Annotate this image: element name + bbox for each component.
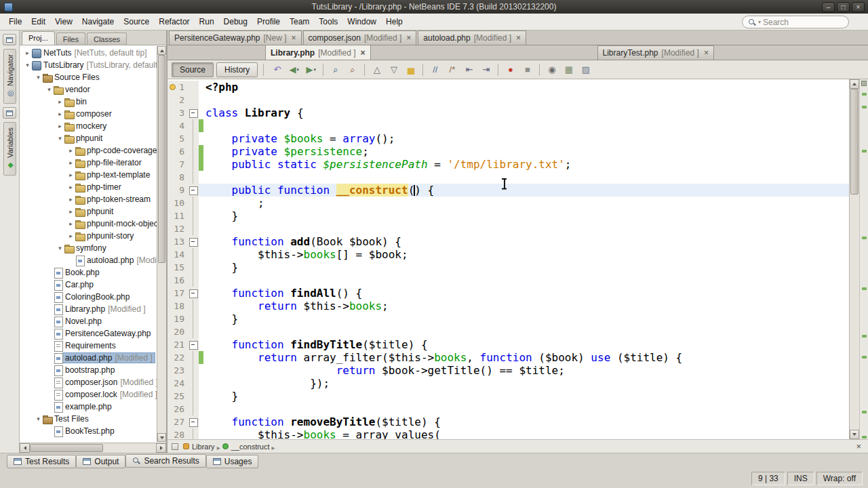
panel-button-search-results[interactable]: Search Results bbox=[125, 454, 205, 468]
history-toggle-button[interactable]: History bbox=[216, 62, 258, 77]
stop-macro-icon[interactable]: ■ bbox=[519, 62, 535, 77]
scroll-left-icon[interactable] bbox=[20, 443, 30, 453]
fold-toggle-icon[interactable] bbox=[188, 184, 199, 197]
next-occurrence-icon[interactable]: ▽ bbox=[386, 62, 401, 77]
menu-item-edit[interactable]: Edit bbox=[26, 14, 50, 29]
uncomment-icon[interactable]: /* bbox=[444, 62, 460, 77]
menu-item-source[interactable]: Source bbox=[119, 14, 154, 29]
scroll-down-icon[interactable] bbox=[157, 433, 166, 442]
menu-item-navigate[interactable]: Navigate bbox=[77, 14, 119, 29]
tab-composer-json[interactable]: composer.json[Modified ]× bbox=[303, 30, 417, 45]
code-line[interactable]: 8 bbox=[167, 171, 849, 184]
code-line[interactable]: 13 function add(Book $book) { bbox=[167, 235, 849, 248]
breadcrumb-close-icon[interactable]: × bbox=[853, 441, 864, 451]
tree-item-php-code-coverage[interactable]: ▸php-code-coverage bbox=[20, 144, 157, 157]
tree-item-composer[interactable]: ▸composer bbox=[20, 108, 157, 120]
panel-button-output[interactable]: Output bbox=[76, 455, 125, 468]
code-line[interactable]: 22 return array_filter($this->books, fun… bbox=[167, 351, 849, 364]
code-line[interactable]: 1<?php bbox=[167, 81, 849, 94]
tree-item-phpunit-mock-objects[interactable]: ▸phpunit-mock-objects bbox=[20, 218, 157, 230]
fold-toggle-icon[interactable] bbox=[188, 338, 199, 351]
close-tab-icon[interactable]: × bbox=[360, 49, 365, 56]
tree-item-php-timer[interactable]: ▸php-timer bbox=[20, 181, 157, 193]
code-line[interactable]: 10 ; bbox=[167, 197, 849, 209]
tree-item-symfony[interactable]: ▾symfony bbox=[20, 242, 157, 254]
collapsed-handle-icon[interactable]: ▸ bbox=[67, 196, 75, 203]
panel-tab-classes[interactable]: Classes bbox=[87, 33, 127, 45]
scrollbar-thumb[interactable] bbox=[158, 55, 165, 263]
expanded-handle-icon[interactable]: ▾ bbox=[35, 74, 42, 81]
panel-tab-files[interactable]: Files bbox=[56, 33, 85, 45]
error-stripe[interactable] bbox=[859, 79, 868, 439]
scroll-up-icon[interactable] bbox=[157, 46, 166, 55]
code-line[interactable]: 9 public function __construct() { bbox=[167, 184, 849, 197]
run-to-cursor-icon[interactable]: ● bbox=[502, 62, 518, 77]
tree-item-mockery[interactable]: ▸mockery bbox=[20, 120, 157, 132]
scrollbar-thumb[interactable] bbox=[30, 444, 103, 452]
code-line[interactable]: 24 }); bbox=[167, 377, 849, 390]
expanded-handle-icon[interactable]: ▾ bbox=[56, 135, 64, 142]
project-tree[interactable]: ▸NetTuts[NetTuts, default tip]▾TutsLibra… bbox=[20, 45, 166, 443]
code-line[interactable]: 28 $this->books = array_values( bbox=[167, 428, 849, 439]
menu-item-help[interactable]: Help bbox=[381, 14, 408, 29]
code-line[interactable]: 16 bbox=[167, 274, 849, 287]
menu-item-team[interactable]: Team bbox=[285, 14, 314, 29]
scrollbar-track[interactable] bbox=[850, 89, 859, 430]
collapsed-handle-icon[interactable]: ▸ bbox=[56, 123, 64, 129]
tree-item-book-php[interactable]: Book.php bbox=[20, 266, 157, 279]
code-line[interactable]: 19 } bbox=[167, 312, 849, 325]
code-line[interactable]: 5 private $books = array(); bbox=[167, 132, 849, 145]
code-line[interactable]: 25 } bbox=[167, 390, 849, 403]
tree-item-php-text-template[interactable]: ▸php-text-template bbox=[20, 169, 157, 181]
menu-item-window[interactable]: Window bbox=[342, 14, 381, 29]
scrollbar-track[interactable] bbox=[157, 55, 166, 433]
toggle-highlight-icon[interactable]: ▅ bbox=[403, 62, 418, 77]
tree-item-car-php[interactable]: Car.php bbox=[20, 279, 157, 291]
last-edited-icon[interactable]: ↶ bbox=[269, 62, 285, 77]
close-tab-icon[interactable]: × bbox=[292, 35, 296, 41]
tree-item-booktest-php[interactable]: BookTest.php bbox=[20, 425, 157, 437]
tree-item-bootstrap-php[interactable]: bootstrap.php bbox=[20, 364, 157, 376]
tree-item-bin[interactable]: ▸bin bbox=[20, 96, 157, 108]
menu-item-tools[interactable]: Tools bbox=[314, 14, 342, 29]
code-line[interactable]: 3class Library { bbox=[167, 106, 849, 119]
dock-window-button[interactable] bbox=[3, 107, 16, 119]
tree-item-tutslibrary[interactable]: ▾TutsLibrary[TutsLibrary, default tip] bbox=[20, 59, 157, 71]
back-icon[interactable]: ◀▾ bbox=[286, 62, 302, 77]
tree-vertical-scrollbar[interactable] bbox=[157, 46, 166, 442]
gc-icon[interactable]: ▨ bbox=[578, 62, 593, 77]
tree-item-phpunit[interactable]: ▾phpunit bbox=[20, 132, 157, 144]
code-line[interactable]: 6 private $persistence; bbox=[167, 145, 849, 158]
scroll-up-icon[interactable] bbox=[850, 79, 859, 89]
code-line[interactable]: 23 return $book->getTitle() == $title; bbox=[167, 364, 849, 377]
tree-item-coloringbook-php[interactable]: ColoringBook.php bbox=[20, 291, 157, 303]
expanded-handle-icon[interactable]: ▾ bbox=[24, 62, 31, 68]
fold-toggle-icon[interactable] bbox=[188, 106, 199, 119]
code-line[interactable]: 14 $this->books[] = $book; bbox=[167, 248, 849, 261]
search-input[interactable]: ▾ Search bbox=[742, 16, 849, 28]
maximize-button[interactable]: □ bbox=[837, 2, 850, 12]
close-button[interactable]: × bbox=[852, 2, 865, 12]
dock-tab-navigator[interactable]: ◎Navigator bbox=[3, 49, 16, 104]
collapsed-handle-icon[interactable]: ▸ bbox=[56, 98, 64, 105]
comment-icon[interactable]: // bbox=[427, 62, 443, 77]
tree-item-persitencegateway-php[interactable]: PersitenceGateway.php bbox=[20, 327, 157, 340]
minimize-button[interactable]: – bbox=[822, 2, 835, 12]
menu-item-run[interactable]: Run bbox=[195, 14, 219, 29]
close-tab-icon[interactable]: × bbox=[704, 49, 709, 56]
fold-toggle-icon[interactable] bbox=[188, 235, 199, 248]
tree-item-test-files[interactable]: ▾Test Files bbox=[20, 413, 157, 425]
code-line[interactable]: 7 public static $persistencePath = '/tmp… bbox=[167, 158, 849, 171]
fold-toggle-icon[interactable] bbox=[188, 287, 199, 300]
menu-item-profile[interactable]: Profile bbox=[252, 14, 285, 29]
tree-item-requirements[interactable]: Requirements bbox=[20, 340, 157, 352]
expanded-handle-icon[interactable]: ▾ bbox=[56, 245, 64, 251]
breadcrumb-filter-icon[interactable] bbox=[172, 443, 178, 450]
collapsed-handle-icon[interactable]: ▸ bbox=[67, 171, 75, 178]
tab-autoload-php[interactable]: autoload.php[Modified ]× bbox=[418, 30, 526, 45]
source-toggle-button[interactable]: Source bbox=[172, 62, 214, 77]
scrollbar-thumb[interactable] bbox=[850, 89, 859, 195]
editor-vertical-scrollbar[interactable] bbox=[849, 79, 859, 439]
collapsed-handle-icon[interactable]: ▸ bbox=[67, 232, 75, 239]
tab-library-php[interactable]: Library.php[Modified ]× bbox=[265, 45, 371, 60]
